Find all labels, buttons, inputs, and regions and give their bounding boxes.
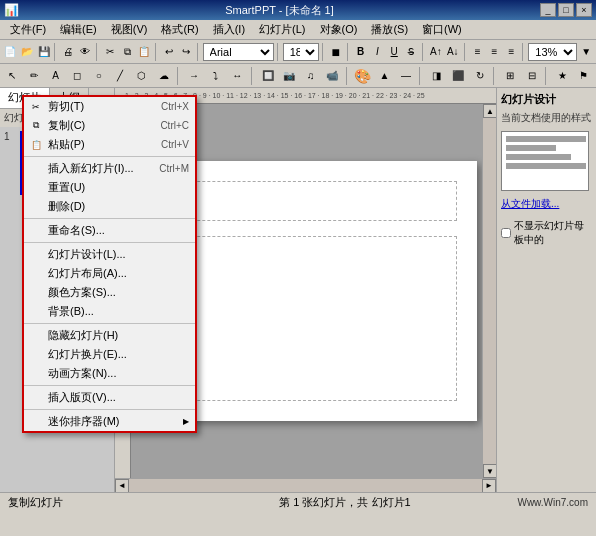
redo-button[interactable]: ↪ [178, 42, 194, 62]
save-button[interactable]: 💾 [36, 42, 52, 62]
scroll-right-button[interactable]: ► [482, 479, 496, 493]
ctx-animation[interactable]: 动画方案(N)... [24, 364, 195, 383]
scroll-track-h[interactable] [129, 479, 482, 493]
layout-icon [28, 266, 44, 282]
bold-button[interactable]: B [353, 42, 369, 62]
paste-button[interactable]: 📋 [136, 42, 152, 62]
ctx-transition[interactable]: 幻灯片换片(E)... [24, 345, 195, 364]
ctx-rename[interactable]: 重命名(S)... [24, 221, 195, 240]
draw-fill[interactable]: ▲ [374, 66, 395, 86]
ctx-color-scheme[interactable]: 颜色方案(S)... [24, 283, 195, 302]
align-left-button[interactable]: ≡ [470, 42, 486, 62]
draw-sep2 [251, 67, 255, 85]
italic-button[interactable]: I [369, 42, 385, 62]
menu-slide[interactable]: 幻灯片(L) [253, 20, 311, 39]
titlebar-controls: _ □ × [540, 3, 592, 17]
show-master-checkbox[interactable]: 不显示幻灯片母板中的 [501, 219, 592, 247]
open-button[interactable]: 📂 [19, 42, 35, 62]
vertical-scrollbar[interactable]: ▲ ▼ [482, 104, 496, 478]
ctx-copy[interactable]: ⧉ 复制(C) Ctrl+C [24, 116, 195, 135]
copy-button[interactable]: ⧉ [119, 42, 135, 62]
draw-btn13[interactable]: 📷 [279, 66, 300, 86]
draw-btn4[interactable]: ◻ [67, 66, 88, 86]
slide-content-box[interactable] [157, 236, 457, 401]
minimize-button[interactable]: _ [540, 3, 556, 17]
draw-btn1[interactable]: ↖ [2, 66, 23, 86]
ctx-copy-shortcut: Ctrl+C [160, 120, 189, 131]
draw-btn9[interactable]: → [184, 66, 205, 86]
draw-ungroup[interactable]: ⊟ [521, 66, 542, 86]
ctx-delete[interactable]: 删除(D) [24, 197, 195, 216]
draw-btn14[interactable]: ♫ [301, 66, 322, 86]
menu-view[interactable]: 视图(V) [105, 20, 154, 39]
menu-window[interactable]: 窗口(W) [416, 20, 468, 39]
ctx-reset[interactable]: 重置(U) [24, 178, 195, 197]
menubar: 文件(F) 编辑(E) 视图(V) 格式(R) 插入(I) 幻灯片(L) 对象(… [0, 20, 596, 40]
draw-color1[interactable]: 🎨 [353, 66, 374, 86]
load-from-file-link[interactable]: 从文件加载... [501, 197, 592, 211]
align-center-button[interactable]: ≡ [487, 42, 503, 62]
ctx-cut[interactable]: ✂ 剪切(T) Ctrl+X [24, 97, 195, 116]
draw-btn7[interactable]: ⬡ [132, 66, 153, 86]
draw-btn5[interactable]: ○ [88, 66, 109, 86]
ctx-hide-slide[interactable]: 隐藏幻灯片(H) [24, 326, 195, 345]
draw-btn10[interactable]: ⤵ [205, 66, 226, 86]
zoom-select[interactable]: 13% [528, 43, 577, 61]
ctx-background[interactable]: 背景(B)... [24, 302, 195, 321]
strikethrough-button[interactable]: S̶ [403, 42, 419, 62]
draw-rotate[interactable]: ↻ [469, 66, 490, 86]
ctx-mini-sorter[interactable]: 迷你排序器(M) ▶ [24, 412, 195, 431]
master-checkbox-input[interactable] [501, 228, 511, 238]
color-box[interactable]: ■ [328, 42, 344, 62]
ctx-insert-slide[interactable]: 插入新幻灯片(I)... Ctrl+M [24, 159, 195, 178]
new-button[interactable]: 📄 [2, 42, 18, 62]
draw-line[interactable]: — [396, 66, 417, 86]
menu-insert[interactable]: 插入(I) [207, 20, 251, 39]
draw-group[interactable]: ⊞ [500, 66, 521, 86]
draw-shadow[interactable]: ◨ [426, 66, 447, 86]
maximize-button[interactable]: □ [558, 3, 574, 17]
ctx-anim-label: 动画方案(N)... [48, 366, 116, 381]
cut-button[interactable]: ✂ [102, 42, 118, 62]
font-shrink-button[interactable]: A↓ [445, 42, 461, 62]
ctx-header[interactable]: 插入版页(V)... [24, 388, 195, 407]
horizontal-scrollbar[interactable]: ◄ ► [115, 478, 496, 492]
menu-edit[interactable]: 编辑(E) [54, 20, 103, 39]
undo-button[interactable]: ↩ [161, 42, 177, 62]
ctx-paste[interactable]: 📋 粘贴(P) Ctrl+V [24, 135, 195, 154]
style-preview [501, 131, 589, 191]
ctx-slide-layout[interactable]: 幻灯片布局(A)... [24, 264, 195, 283]
align-right-button[interactable]: ≡ [503, 42, 519, 62]
ctx-paste-label: 粘贴(P) [48, 137, 85, 152]
close-button[interactable]: × [576, 3, 592, 17]
right-panel-subtitle: 当前文档使用的样式 [501, 111, 592, 125]
underline-button[interactable]: U [386, 42, 402, 62]
draw-btn12[interactable]: 🔲 [257, 66, 278, 86]
print-button[interactable]: 🖨 [61, 42, 77, 62]
slide-title-box[interactable] [157, 181, 457, 221]
scroll-left-button[interactable]: ◄ [115, 479, 129, 493]
zoom-more[interactable]: ▼ [578, 42, 594, 62]
menu-object[interactable]: 对象(O) [314, 20, 364, 39]
menu-format[interactable]: 格式(R) [155, 20, 204, 39]
preview-button[interactable]: 👁 [77, 42, 93, 62]
draw-btn2[interactable]: ✏ [24, 66, 45, 86]
ctx-slide-design[interactable]: 幻灯片设计(L)... [24, 245, 195, 264]
scroll-up-button[interactable]: ▲ [483, 104, 496, 118]
menu-file[interactable]: 文件(F) [4, 20, 52, 39]
draw-btn15[interactable]: 📹 [322, 66, 343, 86]
font-size-select[interactable]: 18 [283, 43, 319, 61]
scroll-track-v[interactable] [483, 118, 496, 464]
draw-btn11[interactable]: ↔ [227, 66, 248, 86]
draw-flag[interactable]: ⚑ [573, 66, 594, 86]
draw-star[interactable]: ★ [552, 66, 573, 86]
preview-line3 [506, 154, 571, 160]
draw-3d[interactable]: ⬛ [448, 66, 469, 86]
scroll-down-button[interactable]: ▼ [483, 464, 496, 478]
draw-btn8[interactable]: ☁ [153, 66, 174, 86]
font-select[interactable]: Arial [203, 43, 274, 61]
draw-btn3[interactable]: A [45, 66, 66, 86]
menu-play[interactable]: 播放(S) [365, 20, 414, 39]
font-grow-button[interactable]: A↑ [428, 42, 444, 62]
draw-btn6[interactable]: ╱ [110, 66, 131, 86]
